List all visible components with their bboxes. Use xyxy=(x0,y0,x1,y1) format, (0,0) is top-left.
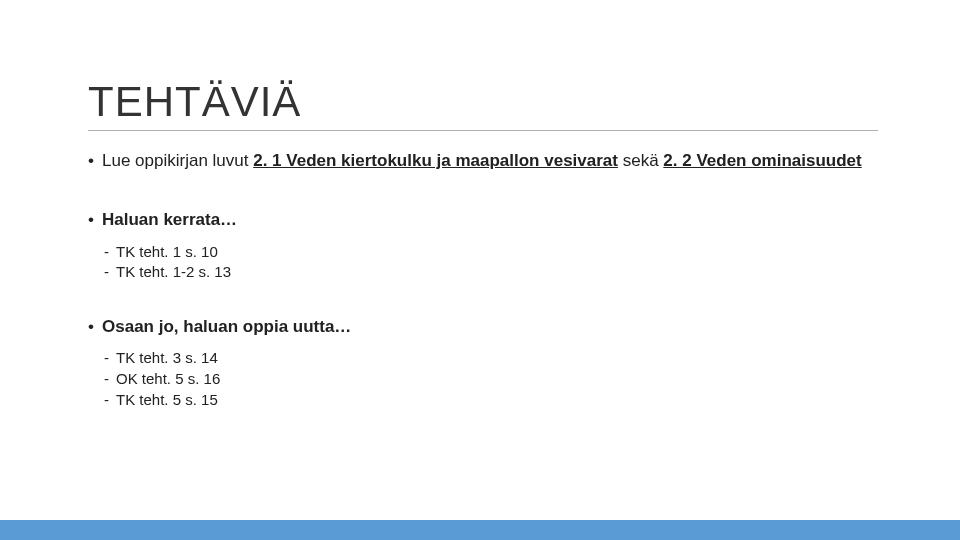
intro-prefix: Lue oppikirjan luvut xyxy=(102,151,253,170)
list-item: TK teht. 5 s. 15 xyxy=(88,391,878,410)
slide: TEHTÄVIÄ Lue oppikirjan luvut 2. 1 Veden… xyxy=(0,0,960,540)
section2-heading-bullet: Osaan jo, haluan oppia uutta… xyxy=(88,316,878,337)
spacer xyxy=(88,175,878,209)
list-item-text: OK teht. 5 s. 16 xyxy=(116,370,220,387)
list-item-text: TK teht. 3 s. 14 xyxy=(116,349,218,366)
list-item-text: TK teht. 1-2 s. 13 xyxy=(116,263,231,280)
slide-title: TEHTÄVIÄ xyxy=(88,78,301,126)
list-item-text: TK teht. 5 s. 15 xyxy=(116,391,218,408)
intro-bold1: 2. 1 Veden kiertokulku ja maapallon vesi… xyxy=(253,151,618,170)
spacer xyxy=(88,282,878,316)
slide-content: Lue oppikirjan luvut 2. 1 Veden kiertoku… xyxy=(88,150,878,410)
intro-mid: sekä xyxy=(618,151,663,170)
section1-heading: Haluan kerrata… xyxy=(102,210,237,229)
list-item-text: TK teht. 1 s. 10 xyxy=(116,243,218,260)
intro-bold2: 2. 2 Veden ominaisuudet xyxy=(663,151,861,170)
section1-heading-bullet: Haluan kerrata… xyxy=(88,209,878,230)
intro-bullet: Lue oppikirjan luvut 2. 1 Veden kiertoku… xyxy=(88,150,878,171)
list-item: TK teht. 1 s. 10 xyxy=(88,243,878,262)
list-item: TK teht. 1-2 s. 13 xyxy=(88,263,878,282)
spacer xyxy=(88,341,878,347)
title-underline xyxy=(88,130,878,131)
bottom-accent-bar xyxy=(0,520,960,540)
spacer xyxy=(88,235,878,241)
section2-heading: Osaan jo, haluan oppia uutta… xyxy=(102,317,351,336)
list-item: TK teht. 3 s. 14 xyxy=(88,349,878,368)
list-item: OK teht. 5 s. 16 xyxy=(88,370,878,389)
